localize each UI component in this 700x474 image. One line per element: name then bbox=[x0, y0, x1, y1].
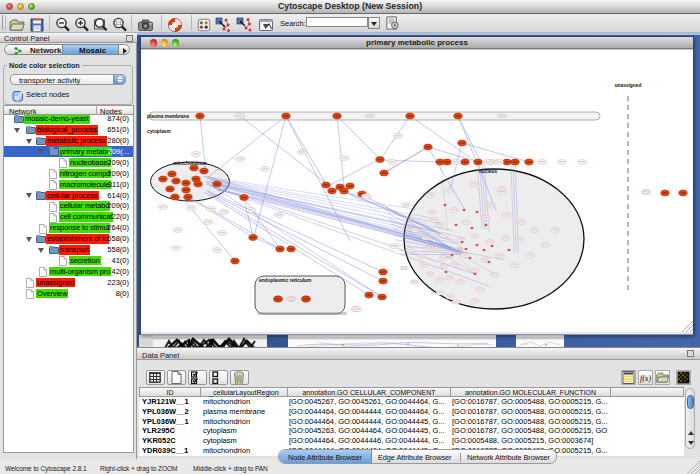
svg-text:1:1: 1:1 bbox=[115, 21, 122, 26]
svg-text:unassigned: unassigned bbox=[615, 83, 642, 88]
svg-text:endoplasmic reticulum: endoplasmic reticulum bbox=[259, 278, 311, 283]
svg-text:cytoplasm: cytoplasm bbox=[147, 129, 171, 134]
svg-text:nucleus: nucleus bbox=[479, 169, 497, 174]
svg-text:f(x): f(x) bbox=[640, 374, 651, 383]
svg-text:plasma membrane: plasma membrane bbox=[147, 114, 189, 119]
svg-text:mitochondrion: mitochondrion bbox=[173, 161, 207, 166]
